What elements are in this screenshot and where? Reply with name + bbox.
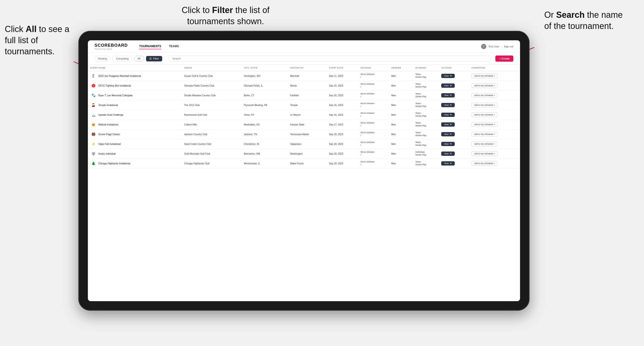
logo-area: SCOREBOARD Powered by clippd <box>94 43 128 50</box>
cell-gender: Men <box>389 110 413 120</box>
nav-link-tournaments[interactable]: TOURNAMENTS <box>139 44 161 49</box>
avatar: T <box>481 44 486 49</box>
cell-division: NCAA DivisionI <box>358 159 389 168</box>
team-logo: 🏔️ <box>90 112 96 118</box>
cell-competing: Add to My Schedule + <box>469 100 520 110</box>
cell-city-state: Chesterton, IN <box>242 139 288 149</box>
add-schedule-button[interactable]: Add to My Schedule + <box>471 122 498 127</box>
cell-city-state: Huntington, WV <box>242 71 288 81</box>
cell-venue: Ravenwood Golf Club <box>182 110 242 120</box>
view-button[interactable]: View 👁 <box>441 74 455 78</box>
team-logo: 🐻 <box>90 131 96 137</box>
cell-event-name: 🌲 Chicago Highlands Invitational <box>88 159 182 168</box>
cell-actions: View 👁 <box>439 91 469 100</box>
col-hosted-by: HOSTED BY <box>288 65 327 71</box>
cell-gender: Men <box>389 91 413 100</box>
cell-event-name: 🐻 Grover Page Classic <box>88 130 182 139</box>
cell-hosted-by: Washington <box>288 149 327 159</box>
cell-actions: View 👁 <box>439 139 469 149</box>
tab-competing[interactable]: Competing <box>112 56 132 61</box>
search-input[interactable] <box>169 55 490 62</box>
table-row: 🏌️ 2023 Joe Feaganes Marshall Invitation… <box>88 71 520 81</box>
cell-start-date: Sep 18, 2023 <box>327 139 358 149</box>
view-button[interactable]: View 👁 <box>441 83 455 88</box>
eye-icon: 👁 <box>450 162 452 165</box>
cell-actions: View 👁 <box>439 81 469 91</box>
cell-scoring: Team,Stroke Play <box>413 100 439 110</box>
cell-start-date: Sep 18, 2023 <box>327 130 358 139</box>
cell-scoring: Team,Stroke Play <box>413 130 439 139</box>
col-start-date: START DATE <box>327 65 358 71</box>
table-row: 🐾 Ryan T. Lee Memorial Collegiate Shuttl… <box>88 91 520 100</box>
cell-gender: Men <box>389 159 413 168</box>
view-button[interactable]: View 👁 <box>441 103 455 107</box>
table-row: 🌲 Chicago Highlands Invitational Chicago… <box>88 159 520 168</box>
team-logo: 🏌️ <box>90 73 96 79</box>
team-logo: 🔴 <box>90 83 96 89</box>
cell-hosted-by: Tennessee-Martin <box>288 130 327 139</box>
add-schedule-button[interactable]: Add to My Schedule + <box>471 161 498 166</box>
cell-division: NCAA DivisionI <box>358 91 389 100</box>
signout-link[interactable]: Sign out <box>504 45 514 48</box>
add-schedule-button[interactable]: Add to My Schedule + <box>471 73 498 78</box>
add-schedule-button[interactable]: Add to My Schedule + <box>471 83 498 88</box>
filter-button[interactable]: ☰ Filter <box>146 56 162 61</box>
cell-start-date: Sep 17, 2023 <box>327 120 358 130</box>
cell-actions: View 👁 <box>439 149 469 159</box>
nav-link-teams[interactable]: TEAMS <box>169 44 179 49</box>
cell-hosted-by: Le Moyne <box>288 110 327 120</box>
view-button[interactable]: View 👁 <box>441 142 455 146</box>
view-button[interactable]: View 👁 <box>441 122 455 127</box>
cell-division: NCAA DivisionI <box>358 81 389 91</box>
cell-division: NCAA DivisionI <box>358 149 389 159</box>
cell-start-date: Sep 18, 2023 <box>327 149 358 159</box>
cell-event-name: 🐺 Husky Individual <box>88 149 182 159</box>
cell-actions: View 👁 <box>439 71 469 81</box>
event-name-text: Temple Invitational <box>98 104 118 107</box>
view-button[interactable]: View 👁 <box>441 152 455 156</box>
table-row: 🔴 OFCC Fighting Illini Invitational Olym… <box>88 81 520 91</box>
cell-hosted-by: Fairfield <box>288 91 327 100</box>
add-schedule-button[interactable]: Add to My Schedule + <box>471 103 498 107</box>
add-schedule-button[interactable]: Add to My Schedule + <box>471 132 498 137</box>
view-button[interactable]: View 👁 <box>441 113 455 117</box>
cell-start-date: Sep 16, 2023 <box>327 110 358 120</box>
add-schedule-button[interactable]: Add to My Schedule + <box>471 142 498 146</box>
cell-start-date: Sep 11, 2023 <box>327 71 358 81</box>
eye-icon: 👁 <box>450 133 452 135</box>
eye-icon: 👁 <box>450 104 452 106</box>
create-button[interactable]: + Create <box>495 55 514 62</box>
cell-venue: Colbert Hills <box>182 120 242 130</box>
eye-icon: 👁 <box>450 143 452 145</box>
cell-gender: Men <box>389 130 413 139</box>
tab-hosting[interactable]: Hosting <box>94 56 110 61</box>
cell-hosted-by: Kansas State <box>288 120 327 130</box>
cell-event-name: 🏌️ 2023 Joe Feaganes Marshall Invitation… <box>88 71 182 81</box>
col-division: DIVISION <box>358 65 389 71</box>
tab-all[interactable]: All <box>134 56 144 61</box>
add-schedule-button[interactable]: Add to My Schedule + <box>471 151 498 156</box>
cell-venue: Sand Creek Country Club <box>182 139 242 149</box>
col-scoring: SCORING <box>413 65 439 71</box>
event-name-text: Chicago Highlands Invitational <box>98 162 130 165</box>
cell-city-state: Plymouth Meeting, PA <box>242 100 288 110</box>
cell-scoring: Team,Stroke Play <box>413 81 439 91</box>
cell-event-name: 🐾 Ryan T. Lee Memorial Collegiate <box>88 91 182 100</box>
view-button[interactable]: View 👁 <box>441 132 455 136</box>
view-button[interactable]: View 👁 <box>441 161 455 166</box>
team-logo: 🐱 <box>90 121 96 128</box>
col-venue: VENUE <box>182 65 242 71</box>
event-name-text: Wildcat Invitational <box>98 123 118 126</box>
table-container[interactable]: EVENT NAME VENUE CITY, STATE HOSTED BY S… <box>88 65 520 301</box>
cell-competing: Add to My Schedule + <box>469 159 520 168</box>
annotation-right: Or Search the name of the tournament. <box>544 9 630 32</box>
cell-competing: Add to My Schedule + <box>469 110 520 120</box>
add-schedule-button[interactable]: Add to My Schedule + <box>471 93 498 98</box>
cell-scoring: Team,Stroke Play <box>413 139 439 149</box>
cell-city-state: Manhattan, KS <box>242 120 288 130</box>
add-schedule-button[interactable]: Add to My Schedule + <box>471 112 498 117</box>
view-button[interactable]: View 👁 <box>441 93 455 97</box>
annotation-right-bold: Search <box>556 10 585 20</box>
cell-division: NCAA DivisionI <box>358 139 389 149</box>
cell-venue: Chicago Highlands Club <box>182 159 242 168</box>
